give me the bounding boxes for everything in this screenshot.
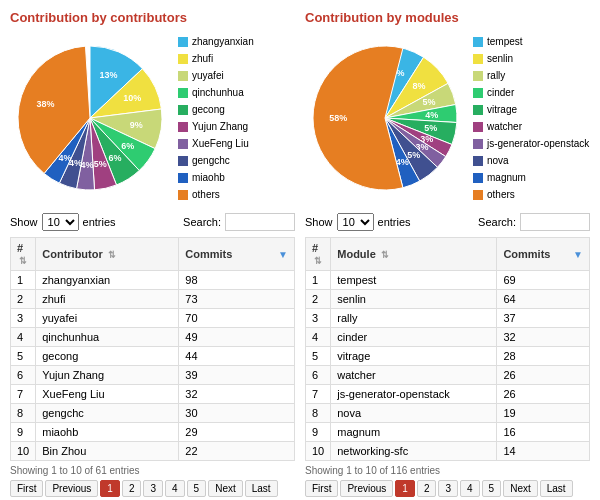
table-cell: Bin Zhou xyxy=(36,442,179,461)
legend-item: watcher xyxy=(473,118,589,135)
pagination-button[interactable]: First xyxy=(305,480,338,497)
pagination-button[interactable]: 3 xyxy=(438,480,458,497)
table-cell: miaohb xyxy=(36,423,179,442)
pagination-button[interactable]: 4 xyxy=(165,480,185,497)
table-cell: 14 xyxy=(497,442,590,461)
legend-color-box xyxy=(178,105,188,115)
legend-label: vitrage xyxy=(487,101,517,118)
table-cell: magnum xyxy=(331,423,497,442)
left-col-commits: Commits ▼ xyxy=(179,238,295,271)
pagination-button[interactable]: 2 xyxy=(417,480,437,497)
table-cell: vitrage xyxy=(331,347,497,366)
right-table: # ⇅ Module ⇅ Commits ▼ 1tempest692senlin… xyxy=(305,237,590,461)
left-table-header: # ⇅ Contributor ⇅ Commits ▼ xyxy=(11,238,295,271)
legend-item: vitrage xyxy=(473,101,589,118)
legend-label: watcher xyxy=(487,118,522,135)
pagination-button[interactable]: Last xyxy=(540,480,573,497)
left-legend: zhangyanxianzhufiyuyafeiqinchunhuagecong… xyxy=(178,33,254,203)
left-pagination: FirstPrevious12345NextLast xyxy=(10,480,295,497)
left-search-input[interactable] xyxy=(225,213,295,231)
table-cell: 8 xyxy=(11,404,36,423)
pagination-button[interactable]: Next xyxy=(503,480,538,497)
table-cell: tempest xyxy=(331,271,497,290)
table-cell: 26 xyxy=(497,385,590,404)
table-cell: 37 xyxy=(497,309,590,328)
legend-item: yuyafei xyxy=(178,67,254,84)
pagination-button[interactable]: 1 xyxy=(395,480,415,497)
table-row: 4qinchunhua49 xyxy=(11,328,295,347)
legend-color-box xyxy=(178,71,188,81)
legend-label: nova xyxy=(487,152,509,169)
left-col-contributor: Contributor ⇅ xyxy=(36,238,179,271)
left-search-controls: Search: xyxy=(183,213,295,231)
legend-label: gengchc xyxy=(192,152,230,169)
table-cell: 64 xyxy=(497,290,590,309)
left-table-body: 1zhangyanxian982zhufi733yuyafei704qinchu… xyxy=(11,271,295,461)
table-cell: 1 xyxy=(11,271,36,290)
right-table-body: 1tempest692senlin643rally374cinder325vit… xyxy=(306,271,590,461)
legend-color-box xyxy=(473,88,483,98)
svg-text:5%: 5% xyxy=(94,159,107,169)
svg-text:4%: 4% xyxy=(396,157,409,167)
legend-color-box xyxy=(178,37,188,47)
table-cell: 22 xyxy=(179,442,295,461)
table-row: 10networking-sfc14 xyxy=(306,442,590,461)
svg-text:38%: 38% xyxy=(36,99,54,109)
pagination-button[interactable]: 5 xyxy=(187,480,207,497)
pagination-button[interactable]: Previous xyxy=(340,480,393,497)
right-col-module: Module ⇅ xyxy=(331,238,497,271)
legend-color-box xyxy=(473,139,483,149)
legend-color-box xyxy=(178,156,188,166)
pagination-button[interactable]: Previous xyxy=(45,480,98,497)
left-footer: Showing 1 to 10 of 61 entries xyxy=(10,465,295,476)
table-cell: 30 xyxy=(179,404,295,423)
svg-text:5%: 5% xyxy=(407,150,420,160)
right-title: Contribution by modules xyxy=(305,10,590,25)
right-table-header: # ⇅ Module ⇅ Commits ▼ xyxy=(306,238,590,271)
pagination-button[interactable]: 1 xyxy=(100,480,120,497)
legend-item: qinchunhua xyxy=(178,84,254,101)
legend-label: senlin xyxy=(487,50,513,67)
table-row: 5gecong44 xyxy=(11,347,295,366)
left-search-label: Search: xyxy=(183,216,221,228)
table-row: 8nova19 xyxy=(306,404,590,423)
legend-item: gengchc xyxy=(178,152,254,169)
table-cell: yuyafei xyxy=(36,309,179,328)
table-cell: 4 xyxy=(306,328,331,347)
right-show-controls: Show 102550 entries xyxy=(305,213,411,231)
legend-color-box xyxy=(473,190,483,200)
table-row: 3rally37 xyxy=(306,309,590,328)
right-search-input[interactable] xyxy=(520,213,590,231)
table-cell: js-generator-openstack xyxy=(331,385,497,404)
svg-text:13%: 13% xyxy=(100,70,118,80)
table-cell: 70 xyxy=(179,309,295,328)
table-cell: 49 xyxy=(179,328,295,347)
legend-color-box xyxy=(178,122,188,132)
pagination-button[interactable]: 2 xyxy=(122,480,142,497)
right-entries-select[interactable]: 102550 xyxy=(337,213,374,231)
left-entries-label: entries xyxy=(83,216,116,228)
pagination-button[interactable]: First xyxy=(10,480,43,497)
table-row: 3yuyafei70 xyxy=(11,309,295,328)
svg-text:58%: 58% xyxy=(329,113,347,123)
pagination-button[interactable]: 4 xyxy=(460,480,480,497)
table-cell: XueFeng Liu xyxy=(36,385,179,404)
left-panel: Contribution by contributors 13%10%9%6%6… xyxy=(10,10,295,497)
legend-item: cinder xyxy=(473,84,589,101)
table-cell: cinder xyxy=(331,328,497,347)
left-entries-select[interactable]: 102550 xyxy=(42,213,79,231)
right-col-commits: Commits ▼ xyxy=(497,238,590,271)
table-cell: 26 xyxy=(497,366,590,385)
pagination-button[interactable]: Next xyxy=(208,480,243,497)
legend-item: rally xyxy=(473,67,589,84)
table-cell: 16 xyxy=(497,423,590,442)
pagination-button[interactable]: 5 xyxy=(482,480,502,497)
table-cell: Yujun Zhang xyxy=(36,366,179,385)
left-controls: Show 102550 entries Search: xyxy=(10,213,295,231)
table-cell: 7 xyxy=(306,385,331,404)
pagination-button[interactable]: 3 xyxy=(143,480,163,497)
svg-text:5%: 5% xyxy=(424,123,437,133)
pagination-button[interactable]: Last xyxy=(245,480,278,497)
table-cell: 4 xyxy=(11,328,36,347)
table-row: 7XueFeng Liu32 xyxy=(11,385,295,404)
